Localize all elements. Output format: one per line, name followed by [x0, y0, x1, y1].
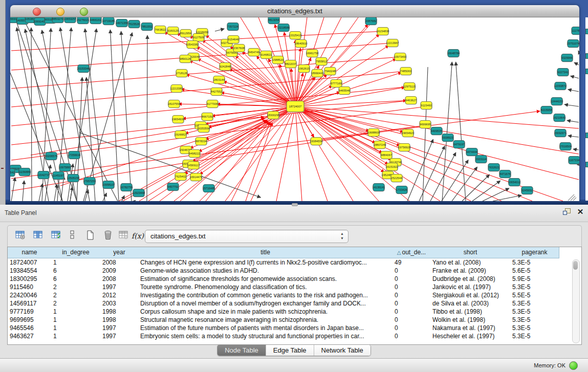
network-node[interactable]: 1588520 — [272, 56, 284, 64]
network-edge[interactable] — [70, 187, 73, 201]
table-cell[interactable]: 5.3E-5 — [510, 324, 559, 332]
table-cell[interactable]: 0 — [393, 275, 430, 283]
table-row[interactable]: 1872400712008Changes of HCN gene express… — [8, 258, 573, 267]
table-cell[interactable]: 6 — [51, 267, 100, 275]
network-node[interactable]: 8454749 — [248, 49, 260, 57]
table-cell[interactable]: 1998 — [100, 308, 138, 316]
network-node[interactable]: 12213967 — [386, 39, 399, 48]
network-node[interactable]: 6479197 — [453, 141, 465, 149]
network-edge[interactable] — [493, 195, 521, 201]
network-node[interactable]: 2367608 — [233, 45, 245, 53]
network-edge[interactable] — [407, 139, 433, 201]
table-cell[interactable]: Disruption of a novel member of a sodium… — [138, 299, 393, 308]
network-node[interactable]: 17957253 — [83, 178, 96, 186]
network-edge[interactable] — [276, 106, 295, 201]
network-node[interactable]: 8427552 — [211, 88, 223, 96]
table-cell[interactable]: 14569117 — [8, 299, 51, 308]
network-node[interactable]: 16154838 — [377, 28, 389, 36]
column-header-in_degree[interactable]: in_degree — [51, 247, 101, 258]
network-edge[interactable] — [83, 33, 132, 201]
table-cell[interactable]: 18724007 — [8, 258, 51, 267]
network-node[interactable]: 17016504 — [559, 143, 572, 151]
column-header-title[interactable]: title — [138, 247, 393, 258]
memory-ok-indicator[interactable] — [569, 361, 578, 370]
table-cell[interactable]: 22420046 — [8, 291, 51, 299]
network-node[interactable]: 8471676 — [499, 170, 511, 179]
network-node[interactable]: 10719185 — [102, 17, 115, 26]
network-edge[interactable] — [147, 35, 147, 201]
network-window[interactable]: citations_edges.txt 16693041405571710538… — [10, 5, 579, 201]
table-cell[interactable]: 9777169 — [8, 308, 51, 316]
network-node[interactable]: 15276021 — [77, 17, 90, 25]
table-cell[interactable]: Hescheler et al. (1997) — [430, 332, 510, 340]
table-cell[interactable]: 0 — [393, 291, 430, 299]
table-cell[interactable]: 1997 — [100, 283, 138, 291]
network-edge[interactable] — [295, 17, 307, 106]
network-edge[interactable] — [571, 76, 579, 78]
network-edge[interactable] — [295, 106, 328, 201]
table-row[interactable]: 946362711997Embryonic stem cells: a mode… — [8, 332, 573, 340]
table-check-icon[interactable]: ✔✔ — [50, 229, 63, 243]
network-edge[interactable] — [574, 62, 579, 65]
network-node[interactable]: 12093872 — [554, 82, 567, 91]
table-cell[interactable]: Nakamura et al. (1997) — [430, 324, 510, 332]
table-cell[interactable]: Yano et al. (2008) — [430, 258, 510, 267]
table-cell[interactable]: 0 — [393, 299, 430, 308]
network-edge[interactable] — [456, 62, 466, 201]
network-node[interactable]: 9146821 — [260, 51, 272, 59]
network-edge[interactable] — [578, 51, 579, 52]
network-node[interactable]: 9457791 — [167, 183, 179, 191]
table-cell[interactable]: 2003 — [100, 299, 138, 308]
network-node[interactable]: 1117834 — [572, 27, 579, 35]
network-node[interactable]: 12923468 — [133, 189, 145, 198]
network-node[interactable]: 8912954 — [180, 30, 192, 38]
float-panel-icon[interactable] — [563, 208, 571, 216]
table-cell[interactable]: 5.3E-5 — [510, 299, 559, 308]
network-edge[interactable] — [452, 167, 477, 201]
table-cell[interactable]: 2 — [51, 299, 100, 308]
table-cell[interactable]: 0 — [393, 267, 430, 275]
network-node[interactable]: 7955812 — [316, 58, 328, 66]
table-cell[interactable]: 5.3E-5 — [510, 316, 559, 324]
table-settings-icon[interactable] — [14, 229, 27, 243]
tab-edge-table[interactable]: Edge Table — [266, 345, 314, 356]
network-edge[interactable] — [295, 106, 532, 201]
network-edge[interactable] — [121, 31, 132, 201]
network-node[interactable]: 7632621 — [488, 164, 500, 172]
window-titlebar[interactable]: citations_edges.txt — [10, 5, 579, 17]
column-header-year[interactable]: year — [100, 247, 139, 258]
network-node[interactable]: 2718126 — [176, 70, 188, 78]
table-cell[interactable]: Jankovic et al. (1997) — [430, 283, 510, 291]
network-node[interactable]: 1167334 — [569, 157, 579, 165]
network-node[interactable]: 11156889 — [18, 168, 31, 177]
table-cell[interactable]: 1997 — [100, 324, 138, 332]
table-cell[interactable]: 18300295 — [8, 275, 51, 283]
network-node[interactable]: 7663822 — [155, 26, 166, 34]
table-row[interactable]: 969969511998Structural magnetic resonanc… — [8, 316, 573, 324]
table-column-icon[interactable] — [32, 229, 45, 243]
network-node[interactable]: 16353594 — [198, 125, 210, 133]
table-cell[interactable]: 0 — [393, 283, 430, 291]
network-node[interactable]: 19654936 — [172, 116, 185, 124]
network-edge[interactable] — [135, 200, 136, 201]
network-node[interactable]: 16648784 — [447, 50, 460, 58]
table-select-dropdown[interactable]: citations_edges.txt ▲▼ — [145, 230, 349, 243]
table-cell[interactable]: 2008 — [100, 258, 138, 267]
network-node[interactable]: 10688609 — [367, 129, 380, 137]
network-node[interactable]: 16151922 — [386, 163, 399, 171]
network-edge[interactable] — [295, 106, 353, 201]
table-cell[interactable]: 1 — [51, 258, 100, 267]
network-node[interactable]: 12042737 — [37, 171, 50, 180]
network-node[interactable]: 13325419 — [289, 32, 302, 40]
table-cell[interactable]: 0 — [393, 332, 430, 340]
network-edge[interactable] — [295, 106, 379, 201]
network-edge[interactable] — [579, 164, 579, 166]
network-node[interactable]: 9466161 — [90, 17, 102, 25]
table-cell[interactable]: 2009 — [100, 267, 138, 275]
network-node[interactable]: 8813054 — [268, 17, 280, 25]
table-cell[interactable]: 5.3E-5 — [510, 258, 559, 267]
network-node[interactable]: 17359934 — [68, 151, 81, 160]
table-cell[interactable]: 5.6E-5 — [510, 267, 559, 275]
network-node[interactable]: 8667150 — [202, 113, 213, 121]
network-edge[interactable] — [229, 69, 295, 106]
